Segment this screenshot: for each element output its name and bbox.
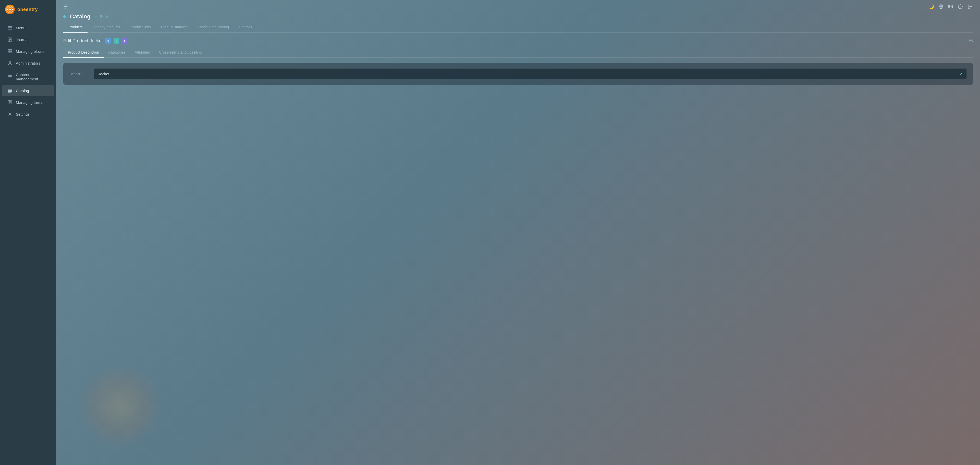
- sidebar-item-journal-label: Journal: [16, 38, 28, 42]
- edit-product-label: Edit Product Jacket: [63, 38, 103, 44]
- svg-rect-25: [8, 90, 12, 91]
- svg-rect-7: [8, 26, 12, 27]
- header-form-row: Header * ✓: [69, 68, 967, 80]
- language-label: EN: [948, 4, 953, 10]
- managing-blocks-icon: [8, 49, 12, 54]
- svg-rect-26: [8, 91, 12, 92]
- svg-rect-16: [8, 51, 10, 53]
- tab-product-links[interactable]: Product links: [125, 22, 156, 33]
- sidebar-item-settings[interactable]: Settings: [2, 108, 54, 120]
- tab-filter-by-products[interactable]: Filter by products: [88, 22, 125, 33]
- tab-product-statuses[interactable]: Product statuses: [156, 22, 192, 33]
- sidebar-item-managing-forms[interactable]: Managing forms: [2, 97, 54, 108]
- main-tabs: Products Filter by products Product link…: [63, 22, 973, 33]
- sidebar-toggle-button[interactable]: ☰: [63, 3, 68, 10]
- sidebar-item-managing-forms-label: Managing forms: [16, 100, 43, 105]
- globe-icon[interactable]: [938, 4, 944, 10]
- back-label: Back: [100, 14, 108, 19]
- svg-point-18: [9, 62, 11, 63]
- svg-rect-14: [8, 49, 10, 51]
- sub-tab-categories[interactable]: Categories: [103, 48, 130, 58]
- back-arrow-icon: ←: [95, 14, 99, 19]
- status-dot: [63, 15, 66, 18]
- sub-tab-product-description[interactable]: Product Description: [63, 48, 103, 58]
- svg-rect-21: [8, 76, 12, 77]
- check-icon: ✓: [959, 71, 963, 77]
- journal-icon: [8, 37, 12, 42]
- topbar-right: 🌙 EN ?: [928, 4, 973, 10]
- sub-tab-attributes[interactable]: Attributes: [130, 48, 154, 58]
- header-label: Header *: [69, 72, 90, 76]
- section-header: Edit Product Jacket V S I #5: [63, 38, 973, 44]
- sidebar-item-catalog-label: Catalog: [16, 89, 29, 93]
- sidebar-item-content-management-label: Content management: [16, 72, 48, 81]
- svg-rect-17: [10, 51, 12, 53]
- sidebar-item-administrators-label: Administrators: [16, 61, 40, 65]
- administrators-icon: [8, 61, 12, 65]
- theme-toggle-button[interactable]: 🌙: [928, 4, 934, 10]
- page-content: Catalog ← Back Products Filter by produc…: [56, 13, 980, 465]
- page-header: Catalog ← Back: [63, 13, 973, 20]
- help-icon[interactable]: ?: [958, 4, 963, 10]
- main-content: ☰ 🌙 EN ?: [56, 0, 980, 465]
- sidebar-item-settings-label: Settings: [16, 112, 30, 116]
- svg-rect-24: [8, 89, 12, 89]
- required-marker: *: [81, 72, 83, 76]
- managing-forms-icon: [8, 100, 12, 105]
- content-management-icon: [8, 75, 12, 79]
- item-id: #5: [969, 39, 973, 43]
- header-input-wrap: ✓: [94, 68, 967, 80]
- topbar-left: ☰: [63, 3, 68, 10]
- sidebar-item-menu[interactable]: Menu: [2, 22, 54, 33]
- badge-i: I: [122, 38, 127, 44]
- svg-rect-22: [8, 78, 12, 78]
- svg-rect-9: [8, 29, 12, 30]
- svg-rect-31: [9, 103, 10, 104]
- logo-text: oneentry: [18, 7, 38, 12]
- svg-text:?: ?: [959, 5, 961, 9]
- sidebar-item-managing-blocks-label: Managing blocks: [16, 49, 45, 54]
- form-card: Header * ✓: [63, 63, 973, 85]
- badge-v: V: [105, 38, 111, 44]
- header-input[interactable]: [94, 68, 967, 80]
- sidebar-item-managing-blocks[interactable]: Managing blocks: [2, 46, 54, 57]
- svg-point-32: [10, 113, 11, 115]
- sidebar-item-menu-label: Menu: [16, 26, 25, 30]
- sidebar-item-content-management[interactable]: Content management: [2, 69, 54, 84]
- page-title: Catalog: [70, 13, 91, 20]
- logo-icon: [5, 5, 15, 14]
- logo: oneentry: [0, 0, 56, 19]
- sidebar: oneentry Menu Jour: [0, 0, 56, 465]
- tab-products[interactable]: Products: [63, 22, 88, 33]
- back-button[interactable]: ← Back: [95, 14, 108, 19]
- sidebar-item-administrators[interactable]: Administrators: [2, 57, 54, 68]
- tab-loading-catalog[interactable]: Loading the catalog: [192, 22, 234, 33]
- settings-icon: [8, 112, 12, 116]
- catalog-icon: [8, 88, 12, 93]
- tab-settings[interactable]: Settings: [234, 22, 257, 33]
- edit-product-title: Edit Product Jacket V S I: [63, 38, 127, 44]
- sidebar-item-catalog[interactable]: Catalog: [2, 85, 54, 96]
- topbar: ☰ 🌙 EN ?: [56, 0, 980, 13]
- menu-icon: [8, 25, 12, 30]
- svg-rect-15: [10, 49, 12, 51]
- svg-rect-8: [8, 27, 12, 28]
- sidebar-nav: Menu Journal M: [0, 19, 56, 123]
- svg-rect-27: [8, 92, 11, 93]
- logout-icon[interactable]: [967, 4, 973, 10]
- sub-tab-cross-selling[interactable]: Cross-selling and upselling: [154, 48, 206, 58]
- svg-point-19: [9, 62, 10, 63]
- sidebar-item-journal[interactable]: Journal: [2, 34, 54, 45]
- sub-tabs: Product Description Categories Attribute…: [63, 48, 973, 58]
- badge-s: S: [114, 38, 119, 44]
- svg-point-2: [9, 9, 11, 10]
